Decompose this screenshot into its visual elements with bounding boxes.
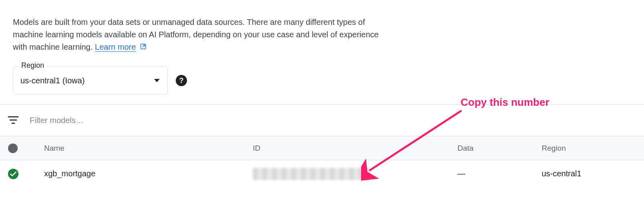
external-link-icon (140, 41, 147, 54)
table-header-row: Name ID Data Region (0, 136, 644, 160)
status-header-icon (8, 143, 18, 153)
annotation-label: Copy this number (461, 96, 549, 109)
model-id-redacted (253, 168, 369, 180)
region-select[interactable]: Region us-central1 (Iowa) (13, 67, 168, 95)
col-header-region[interactable]: Region (542, 144, 644, 153)
svg-rect-3 (12, 123, 15, 124)
col-header-id[interactable]: ID (253, 144, 457, 153)
model-name[interactable]: xgb_mortgage (40, 169, 253, 178)
status-success-icon (8, 169, 18, 179)
table-row[interactable]: xgb_mortgage — us-central1 (0, 160, 644, 188)
svg-rect-2 (10, 119, 17, 121)
col-header-data[interactable]: Data (457, 144, 542, 153)
description-text: Models are built from your data sets or … (0, 0, 401, 54)
help-icon[interactable]: ? (176, 75, 187, 86)
region-value: us-central1 (Iowa) (20, 76, 154, 85)
filter-icon[interactable] (8, 115, 18, 125)
model-region: us-central1 (542, 169, 644, 178)
learn-more-link[interactable]: Learn more (95, 42, 136, 52)
filter-input[interactable] (30, 116, 636, 125)
region-label: Region (19, 61, 47, 70)
chevron-down-icon (154, 77, 160, 84)
col-header-name[interactable]: Name (40, 144, 253, 153)
model-data: — (457, 169, 542, 178)
svg-rect-1 (8, 116, 18, 117)
filter-bar (0, 104, 644, 136)
description-body: Models are built from your data sets or … (13, 18, 379, 51)
